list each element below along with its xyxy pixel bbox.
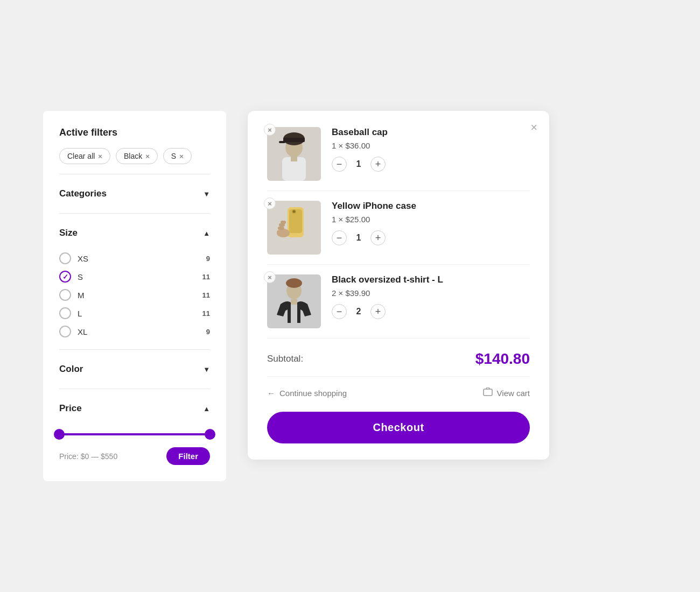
item-3-remove-button[interactable]: × [264, 271, 276, 283]
active-filters-title: Active filters [59, 127, 210, 138]
price-arrow-icon: ▲ [203, 405, 210, 413]
item-3-image-wrapper: × [267, 274, 321, 328]
slider-thumb-right[interactable] [205, 429, 215, 440]
item-2-image [267, 201, 321, 255]
size-xl-count: 9 [199, 328, 210, 336]
svg-rect-6 [291, 156, 297, 161]
size-option-xl[interactable]: XL 9 [59, 322, 210, 341]
chip-clear-all-label: Clear all [67, 152, 95, 160]
svg-point-19 [286, 278, 302, 288]
chip-size-s-x[interactable]: × [179, 152, 184, 160]
item-3-increase-button[interactable]: + [370, 304, 386, 319]
slider-track [59, 433, 210, 435]
item-2-name: Yellow iPhone case [332, 201, 530, 212]
item-2-price: 1 × $25.00 [332, 215, 530, 224]
subtotal-value: $140.80 [475, 350, 530, 368]
filter-button[interactable]: Filter [166, 447, 210, 465]
size-l-label: L [78, 309, 82, 318]
item-2-remove-button[interactable]: × [264, 198, 276, 209]
view-cart-label: View cart [497, 389, 530, 398]
size-s-count: 11 [199, 273, 210, 281]
item-3-details: Black oversized t-shirt - L 2 × $39.90 −… [332, 274, 530, 319]
radio-m[interactable] [59, 289, 71, 301]
divider-4 [59, 389, 210, 389]
size-xl-label: XL [78, 327, 87, 336]
size-option-xs[interactable]: XS 9 [59, 249, 210, 267]
arrow-left-icon: ← [267, 389, 275, 398]
size-xs-label: XS [78, 254, 88, 263]
chip-black-x[interactable]: × [145, 152, 150, 160]
chip-size-s[interactable]: S × [163, 148, 192, 164]
svg-rect-21 [484, 389, 492, 396]
subtotal-row: Subtotal: $140.80 [267, 339, 530, 377]
price-slider[interactable] [59, 429, 210, 440]
divider-1 [59, 174, 210, 174]
item-1-qty-value: 1 [354, 159, 363, 169]
radio-l[interactable] [59, 307, 71, 319]
active-filters-chips: Clear all × Black × S × [59, 148, 210, 164]
item-1-details: Baseball cap 1 × $36.00 − 1 + [332, 127, 530, 172]
chip-black-label: Black [124, 152, 142, 160]
item-1-image [267, 127, 321, 181]
size-label: Size [59, 228, 78, 238]
item-1-remove-button[interactable]: × [264, 124, 276, 136]
item-2-qty-control: − 1 + [332, 230, 530, 245]
item-1-name: Baseball cap [332, 127, 530, 138]
size-option-m[interactable]: M 11 [59, 286, 210, 304]
svg-rect-4 [279, 141, 285, 143]
chip-clear-all-x[interactable]: × [98, 152, 102, 160]
item-3-name: Black oversized t-shirt - L [332, 274, 530, 285]
item-2-image-wrapper: × [267, 201, 321, 255]
price-section-header[interactable]: Price ▲ [59, 398, 210, 419]
size-section-header[interactable]: Size ▲ [59, 222, 210, 244]
size-m-count: 11 [199, 291, 210, 299]
divider-2 [59, 213, 210, 214]
price-label: Price [59, 403, 82, 414]
continue-shopping-button[interactable]: ← Continue shopping [267, 389, 347, 398]
view-cart-button[interactable]: View cart [483, 387, 530, 399]
cart-item-iphone-case: × [267, 191, 530, 265]
continue-shopping-label: Continue shopping [279, 389, 347, 398]
checkout-button[interactable]: Checkout [267, 412, 530, 443]
cart-item-tshirt: × [267, 265, 530, 339]
item-1-increase-button[interactable]: + [370, 157, 386, 172]
chip-black[interactable]: Black × [116, 148, 158, 164]
cart-icon [483, 387, 493, 399]
size-option-s[interactable]: ✓ S 11 [59, 267, 210, 286]
size-options: XS 9 ✓ S 11 M 11 [59, 249, 210, 341]
radio-s[interactable]: ✓ [59, 271, 71, 283]
price-range-text: Price: $0 — $550 [59, 452, 117, 461]
item-3-qty-control: − 2 + [332, 304, 530, 319]
categories-section-header[interactable]: Categories ▼ [59, 183, 210, 205]
svg-point-11 [293, 210, 296, 213]
categories-label: Categories [59, 188, 107, 199]
item-3-decrease-button[interactable]: − [332, 304, 347, 319]
chip-clear-all[interactable]: Clear all × [59, 148, 110, 164]
size-option-l[interactable]: L 11 [59, 304, 210, 322]
size-m-label: M [78, 291, 85, 300]
svg-rect-20 [291, 299, 297, 305]
svg-rect-16 [281, 221, 286, 224]
item-3-price: 2 × $39.90 [332, 288, 530, 298]
cart-panel: × × [248, 111, 549, 460]
chip-size-s-label: S [171, 152, 176, 160]
item-2-increase-button[interactable]: + [370, 230, 386, 245]
cart-item-baseball-cap: × [267, 127, 530, 191]
item-1-qty-control: − 1 + [332, 157, 530, 172]
radio-xl[interactable] [59, 326, 71, 337]
size-xs-count: 9 [199, 255, 210, 263]
item-2-details: Yellow iPhone case 1 × $25.00 − 1 + [332, 201, 530, 245]
item-1-decrease-button[interactable]: − [332, 157, 347, 172]
color-section-header[interactable]: Color ▼ [59, 358, 210, 380]
cart-actions: ← Continue shopping View cart [267, 377, 530, 412]
radio-xs[interactable] [59, 252, 71, 264]
radio-s-check: ✓ [62, 273, 68, 281]
slider-thumb-left[interactable] [54, 429, 65, 440]
svg-rect-14 [278, 227, 284, 230]
item-2-decrease-button[interactable]: − [332, 230, 347, 245]
close-button[interactable]: × [530, 121, 537, 135]
color-label: Color [59, 364, 83, 375]
divider-3 [59, 349, 210, 350]
svg-rect-13 [277, 230, 284, 234]
filter-panel: Active filters Clear all × Black × S × C… [43, 111, 226, 481]
